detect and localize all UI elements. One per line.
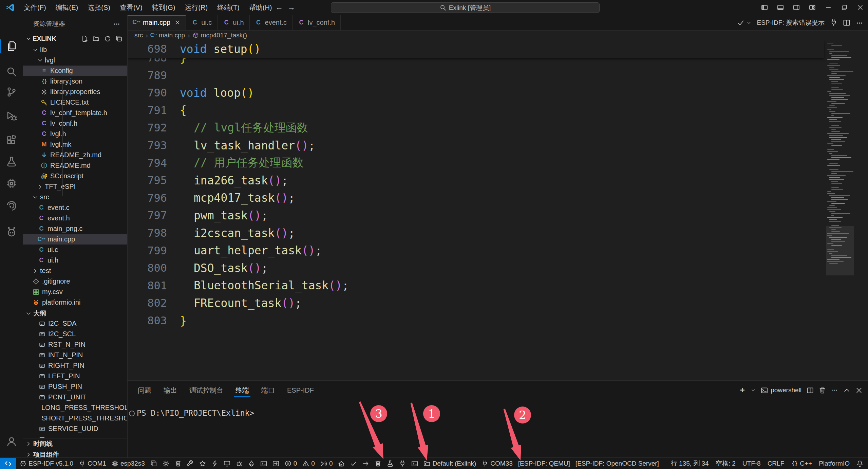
menu-查看-v[interactable]: 查看(V) xyxy=(116,2,147,14)
status-item-0[interactable]: 0 xyxy=(302,460,315,467)
tree-item-kconfig[interactable]: ≡Kconfig xyxy=(23,66,127,76)
panel-tab-输出[interactable]: 输出 xyxy=(164,381,177,400)
section-header-components[interactable]: 项目组件 xyxy=(23,449,127,457)
close-panel-icon[interactable] xyxy=(855,387,863,394)
activity-esp-idf-explorer[interactable] xyxy=(0,175,23,192)
forward-icon[interactable]: → xyxy=(288,3,295,12)
panel-tab-esp-idf[interactable]: ESP-IDF xyxy=(287,381,314,400)
run-check-icon[interactable] xyxy=(737,19,744,26)
tree-item-tft-espi[interactable]: TFT_eSPI xyxy=(23,181,127,192)
status-item-esp-idf-v5-1-0[interactable]: ESP-IDF v5.1.0 xyxy=(20,460,73,467)
status-item-plug[interactable] xyxy=(399,460,406,467)
command-decoration[interactable] xyxy=(129,411,135,416)
tab-ui-c[interactable]: Cui.c xyxy=(186,15,218,30)
status-item-flame[interactable] xyxy=(248,460,255,467)
panel-tab-终端[interactable]: 终端 xyxy=(235,381,249,400)
tab-event-c[interactable]: Cevent.c xyxy=(250,15,293,30)
activity-platformio[interactable] xyxy=(0,224,23,240)
status-item-wrench[interactable] xyxy=(187,460,194,467)
tree-item-lv-conf-h[interactable]: Clv_conf.h xyxy=(23,118,127,129)
split-terminal-icon[interactable] xyxy=(807,387,814,394)
split-editor-icon[interactable] xyxy=(843,19,850,26)
activity-explorer[interactable] xyxy=(0,38,23,54)
status-item-default-exlink[interactable]: Default (Exlink) xyxy=(423,460,476,467)
status-item-esp-idf-openocd-server[interactable]: [ESP-IDF: OpenOCD Server] xyxy=(575,460,659,467)
activity-extensions[interactable] xyxy=(0,132,23,148)
more-actions-icon[interactable]: ⋯ xyxy=(831,387,838,394)
status-item-0[interactable]: 0 xyxy=(320,460,333,467)
status-item-arrowright[interactable] xyxy=(362,460,369,467)
activity-run-and-debug[interactable] xyxy=(0,108,23,124)
outline-item-rst-n-pin[interactable]: RST_N_PIN xyxy=(23,339,127,350)
tab-lv-conf-h[interactable]: Clv_conf.h xyxy=(293,15,341,30)
menu-终端-t[interactable]: 终端(T) xyxy=(213,2,244,14)
minimap-slider[interactable] xyxy=(826,226,854,275)
tab-main-cpp[interactable]: C++main.cpp xyxy=(128,15,186,30)
tree-item-lib[interactable]: lib xyxy=(23,44,127,55)
newfile-icon[interactable] xyxy=(81,35,88,42)
tree-item-my-csv[interactable]: my.csv xyxy=(23,287,127,297)
espidf-hint-label[interactable]: ESP-IDF: 搜索错误提示 xyxy=(757,18,825,27)
status-item-gear[interactable] xyxy=(163,460,169,467)
toggle-sidebar-button[interactable] xyxy=(756,0,772,15)
section-header-timeline[interactable]: 时间线 xyxy=(23,438,127,449)
status-item-0[interactable]: 0 xyxy=(285,460,297,467)
status-item-bug[interactable] xyxy=(236,460,243,467)
status-item-utf-8[interactable]: UTF-8 xyxy=(742,460,761,467)
newfolder-icon[interactable] xyxy=(93,35,99,42)
status-item-crlf[interactable]: CRLF xyxy=(768,460,785,467)
tree-item-library-properties[interactable]: library.properties xyxy=(23,87,127,97)
outline-item-right-pin[interactable]: RIGHT_PIN xyxy=(23,360,127,371)
tree-item-licence-txt[interactable]: LICENCE.txt xyxy=(23,97,127,108)
status-item-platformio[interactable]: PlatformIO xyxy=(819,460,850,467)
status-item-com1[interactable]: COM1 xyxy=(79,460,106,467)
status-item-check[interactable] xyxy=(350,460,357,467)
status-item-trash[interactable] xyxy=(375,460,381,467)
menu-编辑-e[interactable]: 编辑(E) xyxy=(52,2,82,14)
tree-item-library-json[interactable]: { }library.json xyxy=(23,76,127,87)
outline-item-short-press-threshold[interactable]: SHORT_PRESS_THRESHOLD xyxy=(23,413,127,423)
tree-item-event-h[interactable]: Cevent.h xyxy=(23,213,127,223)
status-item-lightning[interactable] xyxy=(211,460,218,467)
new-terminal-icon[interactable]: + xyxy=(739,387,746,394)
tree-item-readme-zh-md[interactable]: README_zh.md xyxy=(23,150,127,160)
tree-item-readme-md[interactable]: ⓘREADME.md xyxy=(23,160,127,171)
outline-item-long-press-threshold[interactable]: LONG_PRESS_THRESHOLD xyxy=(23,402,127,413)
outline-item-int-n-pin[interactable]: INT_N_PIN xyxy=(23,350,127,360)
status-item-beaker[interactable] xyxy=(387,460,394,467)
status-item-trash[interactable] xyxy=(175,460,182,467)
restore-window-button[interactable] xyxy=(836,0,852,15)
outline-item-i2c-scl[interactable]: I2C_SCL xyxy=(23,329,127,339)
outline-item-push-pin[interactable]: PUSH_PIN xyxy=(23,381,127,392)
toggle-panel-button[interactable] xyxy=(772,0,788,15)
status-item-esp-idf-qemu[interactable]: [ESP-IDF: QEMU] xyxy=(518,460,570,467)
refresh-icon[interactable] xyxy=(104,35,111,42)
tree-item-lvgl-h[interactable]: Clvgl.h xyxy=(23,129,127,139)
outline-item-pcnt-unit[interactable]: PCNT_UNIT xyxy=(23,392,127,402)
chevron-down-icon[interactable] xyxy=(747,20,751,25)
remote-indicator[interactable] xyxy=(0,458,16,469)
status-item-home[interactable] xyxy=(338,460,345,467)
customize-layout-button[interactable] xyxy=(804,0,820,15)
tree-item-lv-conf-template-h[interactable]: Clv_conf_template.h xyxy=(23,108,127,118)
terminal-instance[interactable]: powershell xyxy=(761,386,801,394)
status-item-copyfiles[interactable] xyxy=(150,460,157,467)
status-item-star[interactable] xyxy=(199,460,206,467)
tree-item-main-cpp[interactable]: C++main.cpp xyxy=(23,234,127,245)
menu-选择-s[interactable]: 选择(S) xyxy=(83,2,114,14)
maximize-panel-icon[interactable] xyxy=(843,387,850,394)
activity-search[interactable] xyxy=(0,64,23,80)
tree-item-lvgl[interactable]: lvgl xyxy=(23,55,127,66)
menu-文件-f[interactable]: 文件(F) xyxy=(20,2,50,14)
tree-item-platformio-ini[interactable]: platformio.ini xyxy=(23,297,127,308)
close-window-button[interactable] xyxy=(852,0,868,15)
tree-item-event-c[interactable]: Cevent.c xyxy=(23,202,127,213)
panel-tab-问题[interactable]: 问题 xyxy=(138,381,151,400)
tree-item-ui-h[interactable]: Cui.h xyxy=(23,255,127,266)
activity-source-control[interactable] xyxy=(0,84,23,100)
terminal-prompt[interactable]: PS D:\PIO_PROJECT\Exlink> xyxy=(137,409,254,417)
activity-accounts[interactable] xyxy=(0,433,23,450)
status-item-esp32s3[interactable]: esp32s3 xyxy=(112,460,145,467)
breadcrumb-item-mcp4017-task[interactable]: mcp4017_task() xyxy=(193,32,247,39)
toggle-secondary-sidebar-button[interactable] xyxy=(788,0,804,15)
